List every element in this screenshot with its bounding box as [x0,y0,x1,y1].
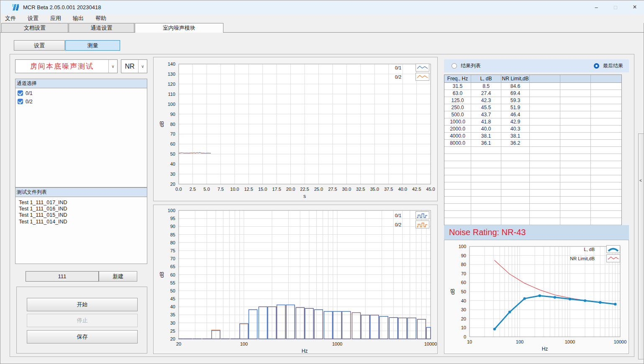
table-cell[interactable]: 84.6 [501,83,530,90]
table-cell[interactable] [444,182,471,190]
table-cell[interactable] [591,218,621,225]
table-cell[interactable] [560,211,591,218]
table-cell[interactable]: 38.1 [471,133,501,140]
channel-row[interactable]: 0/2 [18,98,147,105]
table-cell[interactable] [471,190,501,197]
main-tab[interactable]: 室内噪声模块 [135,23,223,33]
table-cell[interactable] [471,204,501,211]
table-cell[interactable] [560,218,591,225]
table-row[interactable] [444,218,621,225]
table-cell[interactable] [591,118,621,126]
table-row[interactable] [444,211,621,218]
table-cell[interactable] [530,111,560,118]
menu-item[interactable]: 设置 [22,14,44,23]
table-cell[interactable]: 42.9 [501,118,530,126]
table-cell[interactable] [591,140,621,147]
table-cell[interactable] [530,168,560,175]
table-row[interactable] [444,190,621,197]
table-cell[interactable] [471,168,501,175]
save-button[interactable]: 保存 [27,330,138,343]
test-type-combobox[interactable]: 房间本底噪声测试 ∨ [15,59,118,73]
table-cell[interactable]: 1000.0 [444,118,471,126]
table-cell[interactable] [560,140,591,147]
expand-left-icon[interactable]: < [639,178,642,183]
table-cell[interactable]: 43.7 [471,111,501,118]
table-cell[interactable]: 8.5 [471,83,501,90]
file-list-item[interactable]: Test 1_111_016_IND [15,206,147,212]
table-cell[interactable] [591,190,621,197]
table-cell[interactable] [501,204,530,211]
table-cell[interactable] [591,90,621,97]
table-cell[interactable] [591,97,621,104]
table-cell[interactable] [560,147,591,154]
table-cell[interactable] [560,104,591,111]
table-cell[interactable] [560,190,591,197]
table-row[interactable]: 63.027.469.4 [444,90,621,97]
table-cell[interactable] [560,175,591,182]
table-row[interactable]: 250.045.551.9 [444,104,621,111]
table-cell[interactable] [560,126,591,133]
table-cell[interactable] [591,182,621,190]
table-cell[interactable] [560,111,591,118]
table-row[interactable]: 4000.038.138.1 [444,133,621,140]
table-cell[interactable]: 27.4 [471,90,501,97]
table-cell[interactable]: 38.1 [501,133,530,140]
table-cell[interactable] [591,111,621,118]
new-button[interactable]: 新建 [99,271,137,282]
table-cell[interactable]: 8000.0 [444,140,471,147]
table-cell[interactable]: 125.0 [444,97,471,104]
table-row[interactable]: 500.043.746.4 [444,111,621,118]
radio-selected-icon[interactable] [594,63,599,69]
result-list-radio[interactable]: 结果列表 [452,62,481,69]
file-list-item[interactable]: Test 1_111_017_IND [15,200,147,206]
start-button[interactable]: 开始 [27,298,138,311]
table-cell[interactable] [591,133,621,140]
table-cell[interactable] [471,175,501,182]
table-cell[interactable] [560,182,591,190]
table-cell[interactable] [530,197,560,204]
table-cell[interactable] [560,133,591,140]
table-cell[interactable]: 500.0 [444,111,471,118]
table-cell[interactable] [444,168,471,175]
table-cell[interactable] [444,175,471,182]
table-cell[interactable]: 40.0 [471,126,501,133]
main-tab[interactable]: 通道设置 [69,23,134,32]
table-cell[interactable] [591,154,621,161]
table-cell[interactable]: 36.2 [501,140,530,147]
table-cell[interactable]: 36.1 [471,140,501,147]
table-cell[interactable] [530,147,560,154]
table-cell[interactable] [530,118,560,126]
table-row[interactable] [444,154,621,161]
table-cell[interactable] [471,161,501,168]
table-cell[interactable] [591,168,621,175]
menu-item[interactable]: 帮助 [90,14,112,23]
table-cell[interactable] [591,83,621,90]
table-cell[interactable] [444,190,471,197]
table-cell[interactable] [530,97,560,104]
radio-unselected-icon[interactable] [452,63,457,69]
table-cell[interactable]: 59.3 [501,97,530,104]
table-row[interactable] [444,197,621,204]
table-row[interactable] [444,182,621,190]
table-row[interactable]: 2000.040.040.3 [444,126,621,133]
table-cell[interactable] [530,83,560,90]
table-cell[interactable] [560,197,591,204]
table-cell[interactable] [501,154,530,161]
table-row[interactable] [444,175,621,182]
menu-item[interactable]: 输出 [67,14,90,23]
table-cell[interactable]: 40.3 [501,126,530,133]
table-row[interactable] [444,161,621,168]
table-cell[interactable] [471,182,501,190]
table-cell[interactable]: 4000.0 [444,133,471,140]
table-cell[interactable] [501,211,530,218]
table-cell[interactable] [444,197,471,204]
table-row[interactable] [444,147,621,154]
file-list-item[interactable]: Test 1_111_014_IND [15,219,147,225]
chevron-down-icon[interactable]: ∨ [108,60,117,73]
file-name-input[interactable]: 111 [26,271,99,282]
table-cell[interactable] [530,140,560,147]
table-cell[interactable]: 2000.0 [444,126,471,133]
checkbox-checked-icon[interactable] [18,99,23,104]
menu-item[interactable]: 应用 [44,14,67,23]
table-row[interactable]: 1000.041.842.9 [444,118,621,126]
